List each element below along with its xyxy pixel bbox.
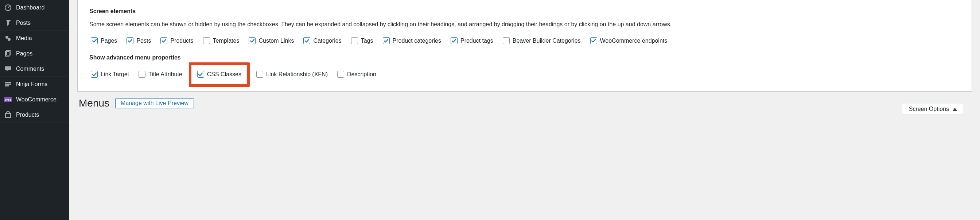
sidebar-label: WooCommerce: [16, 96, 65, 103]
screen-options-tab[interactable]: Screen Options: [902, 104, 964, 115]
element-checkbox-tags[interactable]: Tags: [350, 37, 375, 45]
checkbox-label: Categories: [313, 38, 341, 44]
checkbox-label: Tags: [361, 38, 373, 44]
element-checkbox-categories[interactable]: Categories: [302, 37, 343, 45]
element-checkbox-templates[interactable]: Templates: [202, 37, 241, 45]
checkbox-icon: [249, 37, 256, 44]
form-icon: [4, 80, 13, 89]
pages-icon: [4, 49, 13, 58]
screen-elements-desc: Some screen elements can be shown or hid…: [89, 21, 960, 28]
checkbox-icon: [91, 37, 98, 44]
chevron-up-icon: [953, 108, 957, 111]
sidebar-item-woocommerce[interactable]: Woo WooCommerce: [0, 92, 69, 107]
checkbox-icon: [383, 37, 390, 44]
woocommerce-icon: Woo: [4, 95, 13, 104]
sidebar-item-posts[interactable]: Posts: [0, 15, 69, 31]
element-checkbox-products[interactable]: Products: [159, 37, 195, 45]
sidebar-item-pages[interactable]: Pages: [0, 46, 69, 61]
sidebar-label: Comments: [16, 66, 65, 72]
checkbox-icon: [197, 71, 204, 78]
checkbox-label: Title Attribute: [148, 71, 182, 78]
checkbox-icon: [351, 37, 358, 44]
advanced-checkbox-description[interactable]: Description: [336, 67, 378, 81]
svg-rect-4: [6, 50, 10, 55]
screen-elements-checkboxes: PagesPostsProductsTemplatesCustom LinksC…: [89, 37, 960, 45]
checkbox-icon: [161, 37, 167, 44]
advanced-props-checkboxes: Link TargetTitle AttributeCSS ClassesLin…: [89, 67, 960, 81]
checkbox-label: Product categories: [393, 38, 441, 44]
sidebar-item-ninja-forms[interactable]: Ninja Forms: [0, 77, 69, 92]
checkbox-icon: [503, 37, 510, 44]
advanced-checkbox-css-classes[interactable]: CSS Classes: [196, 70, 243, 78]
element-checkbox-custom-links[interactable]: Custom Links: [247, 37, 295, 45]
checkbox-icon: [127, 37, 134, 44]
media-icon: [4, 34, 13, 43]
checkbox-label: CSS Classes: [207, 71, 241, 78]
sidebar-label: Pages: [16, 50, 65, 57]
main-content: Screen elements Some screen elements can…: [69, 0, 980, 220]
checkbox-label: Link Relationship (XFN): [266, 71, 328, 78]
svg-point-2: [8, 38, 11, 41]
checkbox-icon: [590, 37, 597, 44]
checkbox-icon: [450, 37, 458, 44]
checkbox-label: Products: [170, 38, 193, 44]
svg-rect-10: [5, 113, 11, 118]
sidebar-item-dashboard[interactable]: Dashboard: [0, 0, 69, 15]
sidebar-label: Ninja Forms: [16, 81, 65, 88]
svg-rect-7: [5, 85, 9, 86]
checkbox-icon: [337, 71, 344, 78]
sidebar-item-products[interactable]: Products: [0, 107, 69, 123]
element-checkbox-posts[interactable]: Posts: [125, 37, 153, 45]
checkbox-label: WooCommerce endpoints: [600, 38, 668, 44]
sidebar-label: Posts: [16, 20, 65, 26]
sidebar-item-media[interactable]: Media: [0, 31, 69, 46]
pin-icon: [4, 19, 13, 27]
element-checkbox-product-categories[interactable]: Product categories: [381, 37, 442, 45]
screen-options-tab-label: Screen Options: [909, 106, 949, 112]
element-checkbox-pages[interactable]: Pages: [89, 37, 118, 45]
highlight-annotation: CSS Classes: [189, 62, 250, 87]
checkbox-label: Custom Links: [258, 38, 294, 44]
svg-rect-5: [5, 82, 11, 83]
checkbox-icon: [256, 71, 263, 78]
admin-sidebar: Dashboard Posts Media Pages Comments Nin…: [0, 0, 69, 220]
screen-elements-heading: Screen elements: [89, 8, 960, 14]
page-heading-row: Menus Manage with Live Preview: [69, 92, 980, 109]
checkbox-label: Link Target: [100, 71, 129, 78]
element-checkbox-woocommerce-endpoints[interactable]: WooCommerce endpoints: [589, 37, 669, 45]
advanced-props-heading: Show advanced menu properties: [89, 54, 960, 61]
checkbox-label: Templates: [213, 38, 240, 44]
checkbox-label: Beaver Builder Categories: [512, 38, 581, 44]
sidebar-label: Products: [16, 112, 65, 118]
checkbox-label: Description: [347, 71, 376, 78]
checkbox-icon: [303, 37, 310, 44]
dashboard-icon: [4, 3, 13, 12]
advanced-checkbox-link-relationship-xfn-[interactable]: Link Relationship (XFN): [255, 67, 329, 81]
products-icon: [4, 110, 13, 119]
sidebar-label: Media: [16, 35, 65, 41]
svg-rect-3: [5, 51, 9, 56]
svg-text:Woo: Woo: [5, 98, 11, 101]
advanced-checkbox-title-attribute[interactable]: Title Attribute: [137, 67, 184, 81]
checkbox-icon: [91, 71, 98, 78]
comment-icon: [4, 65, 13, 73]
svg-rect-6: [5, 84, 11, 84]
sidebar-item-comments[interactable]: Comments: [0, 61, 69, 77]
advanced-checkbox-link-target[interactable]: Link Target: [89, 67, 130, 81]
checkbox-label: Posts: [136, 38, 151, 44]
element-checkbox-product-tags[interactable]: Product tags: [449, 37, 495, 45]
page-title: Menus: [79, 97, 110, 109]
checkbox-label: Pages: [100, 38, 117, 44]
element-checkbox-beaver-builder-categories[interactable]: Beaver Builder Categories: [501, 37, 582, 45]
checkbox-icon: [203, 37, 210, 44]
manage-live-preview-button[interactable]: Manage with Live Preview: [115, 98, 194, 108]
screen-options-panel: Screen elements Some screen elements can…: [77, 0, 972, 92]
checkbox-label: Product tags: [460, 38, 493, 44]
svg-point-1: [5, 36, 8, 39]
sidebar-label: Dashboard: [16, 5, 65, 11]
checkbox-icon: [138, 71, 145, 78]
